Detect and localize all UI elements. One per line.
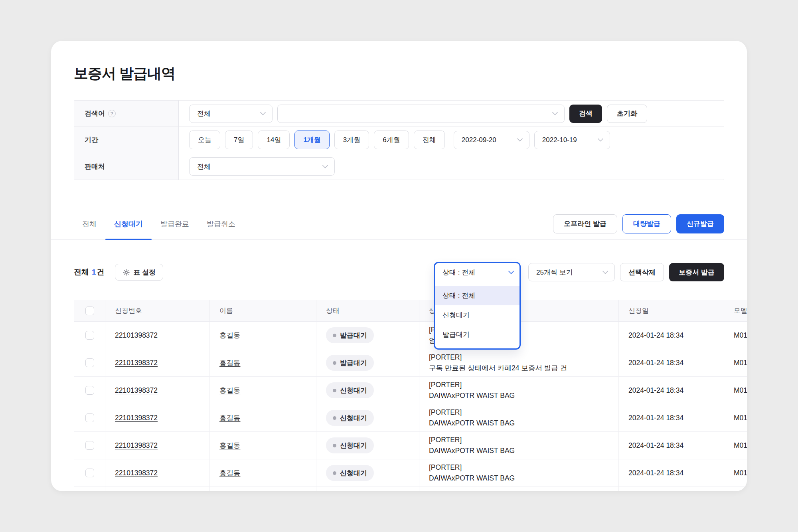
filter-row-seller: 판매처 전체 <box>74 153 724 180</box>
model-cell: M01 <box>724 377 747 404</box>
new-issue-button[interactable]: 신규발급 <box>676 214 724 233</box>
period-button-전체[interactable]: 전체 <box>414 131 445 149</box>
application-number-cell: 22101398372 <box>105 377 210 404</box>
column-header-0: 신청번호 <box>105 300 210 322</box>
customer-name-link[interactable]: 홍길동 <box>219 441 241 449</box>
search-filter-panel: 검색어 ? 전체 검색 초기화 기간 오늘7일1 <box>74 100 724 180</box>
issuance-table: 신청번호이름상태상품명신청일모델명 22101398372홍길동발급대기[POR… <box>74 300 724 491</box>
product-cell: [PORTER]DAIWAxPOTR WAIST BAG <box>419 459 619 487</box>
model-cell: M01 <box>724 404 747 432</box>
application-number-link[interactable]: 22101398372 <box>115 359 158 367</box>
tab-2[interactable]: 발급완료 <box>160 208 189 239</box>
customer-name-cell: 홍길동 <box>210 322 316 349</box>
offline-issue-button[interactable]: 오프라인 발급 <box>553 214 617 233</box>
application-number-link[interactable]: 22101398372 <box>115 331 158 339</box>
product-name: DAIWAxPOTR WAIST BAG <box>429 418 610 429</box>
reset-button[interactable]: 초기화 <box>607 105 647 123</box>
application-number-cell: 22101398372 <box>105 404 210 432</box>
customer-name-link[interactable]: 홍길동 <box>219 469 241 477</box>
status-option-0[interactable]: 상태 : 전체 <box>435 286 519 305</box>
bulk-issue-button[interactable]: 대량발급 <box>622 214 671 233</box>
select-all-checkbox[interactable] <box>85 307 94 315</box>
column-header-5: 모델명 <box>724 300 747 322</box>
status-badge: 신청대기 <box>326 437 374 453</box>
product-brand: [PORTER] <box>429 352 610 363</box>
application-date-cell: 2024-01-24 18:34 <box>619 404 724 432</box>
period-button-6개월[interactable]: 6개월 <box>374 131 409 149</box>
customer-name-link[interactable]: 홍길동 <box>219 414 241 422</box>
delete-selected-button[interactable]: 선택삭제 <box>620 263 664 281</box>
application-number-link[interactable]: 22101398372 <box>115 469 158 477</box>
issue-certificate-button[interactable]: 보증서 발급 <box>669 263 724 281</box>
column-header-2: 상태 <box>316 300 419 322</box>
seller-select[interactable]: 전체 <box>189 157 335 176</box>
tab-1[interactable]: 신청대기 <box>114 208 143 239</box>
period-button-1개월[interactable]: 1개월 <box>294 131 329 149</box>
status-filter-options: 상태 : 전체신청대기발급대기 <box>435 282 519 348</box>
table-settings-button[interactable]: 표 설정 <box>115 264 164 281</box>
period-button-14일[interactable]: 14일 <box>258 131 290 149</box>
checkbox-cell <box>74 377 105 404</box>
application-number-cell: 22101398372 <box>105 459 210 487</box>
period-button-7일[interactable]: 7일 <box>225 131 253 149</box>
product-cell: [PORTER]DAIWAxPOTR WAIST BAG <box>419 432 619 459</box>
row-checkbox[interactable] <box>85 413 94 422</box>
help-icon[interactable]: ? <box>108 110 116 117</box>
status-cell: 신청대기 <box>316 432 419 459</box>
period-button-오늘[interactable]: 오늘 <box>189 131 220 149</box>
status-cell: 신청대기 <box>316 377 419 404</box>
customer-name-cell: 홍길동 <box>210 432 316 459</box>
tab-0[interactable]: 전체 <box>82 208 97 239</box>
date-from-select[interactable]: 2022-09-20 <box>454 131 529 149</box>
product-name: DAIWAxPOTR WAIST BAG <box>429 445 610 456</box>
period-button-group: 오늘7일14일1개월3개월6개월전체 <box>189 131 445 149</box>
total-count: 전체1건 <box>74 267 105 277</box>
customer-name-cell <box>210 487 316 492</box>
filter-row-period: 기간 오늘7일14일1개월3개월6개월전체 2022-09-20 2022-10… <box>74 127 724 153</box>
tab-3[interactable]: 발급취소 <box>207 208 235 239</box>
search-type-select[interactable]: 전체 <box>189 105 273 123</box>
application-date-cell: 2024-01-24 18:34 <box>619 459 724 487</box>
status-badge: 발급대기 <box>326 355 374 371</box>
row-checkbox[interactable] <box>85 386 94 395</box>
application-date-cell <box>619 487 724 492</box>
checkbox-cell <box>74 404 105 432</box>
row-checkbox[interactable] <box>85 331 94 340</box>
application-number-link[interactable]: 22101398372 <box>115 441 158 449</box>
keyword-combobox[interactable] <box>277 105 565 123</box>
page-size-select[interactable]: 25개씩 보기 <box>528 263 615 281</box>
table-row: 22101398372홍길동신청대기[PORTER]DAIWAxPOTR WAI… <box>74 459 747 487</box>
customer-name-link[interactable]: 홍길동 <box>219 331 241 339</box>
main-card: 보증서 발급내역 검색어 ? 전체 검색 초기화 <box>51 41 747 491</box>
customer-name-link[interactable]: 홍길동 <box>219 359 241 367</box>
status-badge: 신청대기 <box>326 465 374 481</box>
tabs-bar: 전체신청대기발급완료발급취소 오프라인 발급 대량발급 신규발급 <box>51 208 747 240</box>
model-cell: M01 <box>724 349 747 377</box>
period-button-3개월[interactable]: 3개월 <box>334 131 369 149</box>
product-cell: [PORTER]구독 만료된 상태에서 카페24 보증서 발급 건 <box>419 349 619 377</box>
search-button[interactable]: 검색 <box>569 105 602 123</box>
status-cell: 신청대기 <box>316 459 419 487</box>
period-label: 기간 <box>74 127 179 153</box>
row-checkbox[interactable] <box>85 358 94 367</box>
chevron-down-icon <box>260 112 266 115</box>
checkbox-cell <box>74 322 105 349</box>
row-checkbox[interactable] <box>85 469 94 477</box>
chevron-down-icon <box>322 165 328 168</box>
application-number-link[interactable]: 22101398372 <box>115 386 158 394</box>
product-cell: [PORTER]DAIWAxPOTR WAIST BAG <box>419 404 619 432</box>
status-option-1[interactable]: 신청대기 <box>435 305 519 325</box>
select-all-header-cell <box>74 300 105 322</box>
application-number-link[interactable]: 22101398372 <box>115 414 158 422</box>
status-filter-select[interactable]: 상태 : 전체 <box>435 263 519 282</box>
column-header-4: 신청일 <box>619 300 724 322</box>
column-header-1: 이름 <box>210 300 316 322</box>
table-row: 22101398372홍길동신청대기[PORTER]DAIWAxPOTR WAI… <box>74 377 747 404</box>
date-to-select[interactable]: 2022-10-19 <box>534 131 610 149</box>
application-number-cell: 22101398372 <box>105 322 210 349</box>
status-option-2[interactable]: 발급대기 <box>435 325 519 344</box>
keyword-label: 검색어 ? <box>74 101 179 127</box>
row-checkbox[interactable] <box>85 441 94 450</box>
model-cell <box>724 487 747 492</box>
customer-name-link[interactable]: 홍길동 <box>219 386 241 394</box>
